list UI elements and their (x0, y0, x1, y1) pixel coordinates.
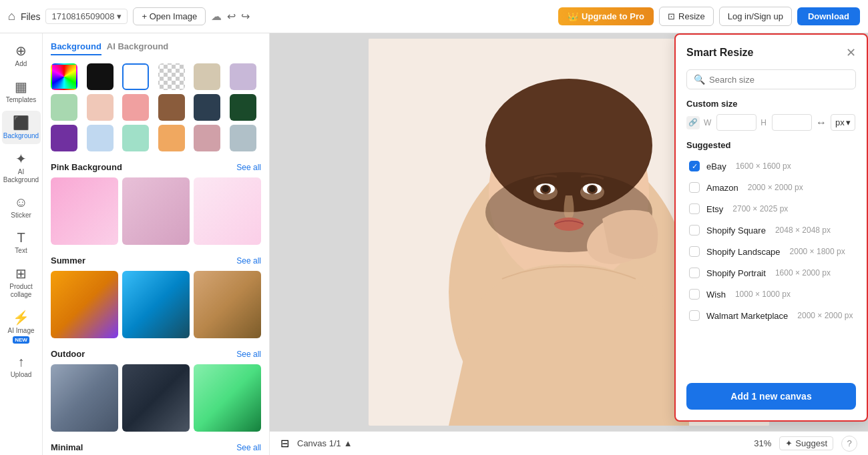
minimal-header: Minimal See all (51, 442, 261, 452)
home-icon[interactable]: ⌂ (8, 9, 15, 23)
color-swatch-transparent[interactable] (158, 63, 185, 90)
cloud-icon[interactable]: ☁ (211, 10, 222, 23)
search-size-input[interactable] (709, 75, 849, 85)
svg-point-13 (589, 185, 596, 192)
color-swatch-teal[interactable] (122, 125, 149, 151)
outdoor-thumb-3[interactable] (194, 364, 261, 432)
help-button[interactable]: ? (841, 436, 857, 452)
checkbox-walmart[interactable] (689, 310, 700, 321)
smart-resize-search: 🔍 (686, 69, 856, 89)
sidebar-item-upload[interactable]: ↑ Upload (2, 350, 41, 383)
redo-button[interactable]: ↪ (241, 10, 250, 23)
color-swatch-purple[interactable] (51, 125, 77, 151)
item-name-wish: Wish (706, 290, 726, 300)
color-swatch-rose[interactable] (194, 125, 220, 151)
color-swatch-gray-blue[interactable] (230, 125, 256, 151)
rotate-icon[interactable]: ↔ (816, 117, 827, 129)
minimal-see-all[interactable]: See all (236, 443, 261, 452)
open-image-button[interactable]: + Open Image (133, 7, 206, 25)
checkbox-shopify-landscape[interactable] (689, 246, 700, 257)
sidebar-item-templates[interactable]: ▦ Templates (2, 75, 41, 108)
h-label: H (761, 118, 767, 127)
download-button[interactable]: Download (797, 7, 860, 25)
checkbox-shopify-portrait[interactable] (689, 268, 700, 278)
color-swatch-pink[interactable] (122, 94, 149, 121)
summer-title: Summer (51, 256, 85, 266)
list-item-shopify-portrait[interactable]: Shopify Portrait 1600 × 2000 px (686, 264, 856, 282)
color-swatch-darkblue[interactable] (194, 94, 220, 121)
width-input[interactable] (716, 114, 756, 131)
color-swatch-lightblue[interactable] (87, 125, 114, 151)
list-item-walmart[interactable]: Walmart Marketplace 2000 × 2000 px (686, 306, 856, 325)
canvas-chevron-icon: ▲ (344, 438, 353, 448)
list-item-ebay[interactable]: ✓ eBay 1600 × 1600 px (686, 157, 856, 175)
chevron-down-icon: ▾ (117, 11, 122, 21)
sidebar-item-product-collage[interactable]: ⊞ Product collage (2, 262, 41, 303)
templates-icon: ▦ (15, 79, 27, 95)
summer-thumb-1[interactable] (51, 271, 118, 338)
summer-thumb-2[interactable] (122, 271, 190, 338)
color-swatch-darkgreen[interactable] (230, 94, 256, 121)
color-swatch-beige[interactable] (194, 63, 220, 90)
item-size-walmart: 2000 × 2000 px (797, 311, 853, 320)
resize-button[interactable]: ⊡ Resize (659, 7, 714, 26)
list-item-etsy[interactable]: Etsy 2700 × 2025 px (686, 199, 856, 218)
w-label: W (704, 118, 711, 127)
list-item-amazon[interactable]: Amazon 2000 × 2000 px (686, 178, 856, 197)
pink-thumb-3[interactable] (194, 177, 261, 245)
color-swatch-rainbow[interactable] (51, 63, 77, 90)
list-item-shopify-square[interactable]: Shopify Square 2048 × 2048 px (686, 221, 856, 240)
outdoor-thumb-2[interactable] (122, 364, 190, 432)
login-button[interactable]: Log in/Sign up (719, 7, 792, 26)
list-item-wish[interactable]: Wish 1000 × 1000 px (686, 285, 856, 304)
color-swatch-lavender[interactable] (230, 63, 256, 90)
color-swatch-black[interactable] (87, 63, 114, 90)
smart-resize-close-button[interactable]: ✕ (846, 45, 856, 60)
item-name-shopify-portrait: Shopify Portrait (706, 268, 766, 278)
list-item-shopify-landscape[interactable]: Shopify Landscape 2000 × 1800 px (686, 242, 856, 261)
sidebar-item-text[interactable]: T Text (2, 226, 41, 259)
item-name-amazon: Amazon (706, 183, 738, 193)
height-input[interactable] (772, 114, 812, 131)
sidebar-item-ai-background[interactable]: ✦ AI Background (2, 147, 41, 188)
color-swatch-brown[interactable] (158, 94, 185, 121)
suggest-button[interactable]: ✦ Suggest (779, 436, 833, 450)
tab-ai-background[interactable]: AI Background (107, 41, 168, 55)
unit-select[interactable]: px ▾ (831, 114, 855, 131)
filename-display[interactable]: 1710816509008 ▾ (45, 9, 128, 24)
add-canvas-button[interactable]: Add 1 new canvas (686, 383, 856, 410)
outdoor-see-all[interactable]: See all (236, 350, 261, 359)
sidebar-item-add[interactable]: ⊕ Add (2, 39, 41, 72)
sidebar-item-ai-image[interactable]: ⚡ AI Image NEW (2, 306, 41, 348)
pink-thumb-1[interactable] (51, 177, 118, 245)
main-area: ⊕ Add ▦ Templates ⬛ Background ✦ AI Back… (0, 33, 868, 455)
checkbox-ebay[interactable]: ✓ (689, 161, 700, 171)
pink-background-see-all[interactable]: See all (236, 163, 261, 172)
outdoor-header: Outdoor See all (51, 349, 261, 359)
checkbox-shopify-square[interactable] (689, 225, 700, 236)
canvas-indicator[interactable]: Canvas 1/1 ▲ (297, 438, 353, 448)
layers-icon[interactable]: ⊟ (280, 437, 289, 450)
color-swatch-mint[interactable] (51, 94, 77, 121)
checkbox-wish[interactable] (689, 289, 700, 300)
tab-background[interactable]: Background (51, 41, 101, 55)
upgrade-button[interactable]: 👑 Upgrade to Pro (558, 7, 654, 25)
pink-background-title: Pink Background (51, 162, 122, 172)
canvas-workspace[interactable]: © insMind ◀ Smart Resize ✕ 🔍 Custom size… (270, 33, 868, 431)
outdoor-thumb-1[interactable] (51, 364, 118, 432)
checkbox-etsy[interactable] (689, 203, 700, 214)
pink-thumb-2[interactable] (122, 177, 190, 245)
lock-icon[interactable]: 🔗 (686, 116, 700, 129)
color-swatch-peach[interactable] (87, 94, 114, 121)
color-swatch-white[interactable] (122, 63, 149, 90)
sidebar-item-sticker[interactable]: ☺ Sticker (2, 191, 41, 223)
undo-button[interactable]: ↩ (227, 10, 236, 23)
checkbox-amazon[interactable] (689, 182, 700, 193)
pink-background-header: Pink Background See all (51, 162, 261, 172)
summer-see-all[interactable]: See all (236, 256, 261, 266)
product-collage-icon: ⊞ (15, 266, 27, 282)
outdoor-title: Outdoor (51, 349, 85, 359)
color-swatch-orange[interactable] (158, 125, 185, 151)
summer-thumb-3[interactable] (194, 271, 261, 338)
sidebar-item-background[interactable]: ⬛ Background (2, 111, 41, 144)
